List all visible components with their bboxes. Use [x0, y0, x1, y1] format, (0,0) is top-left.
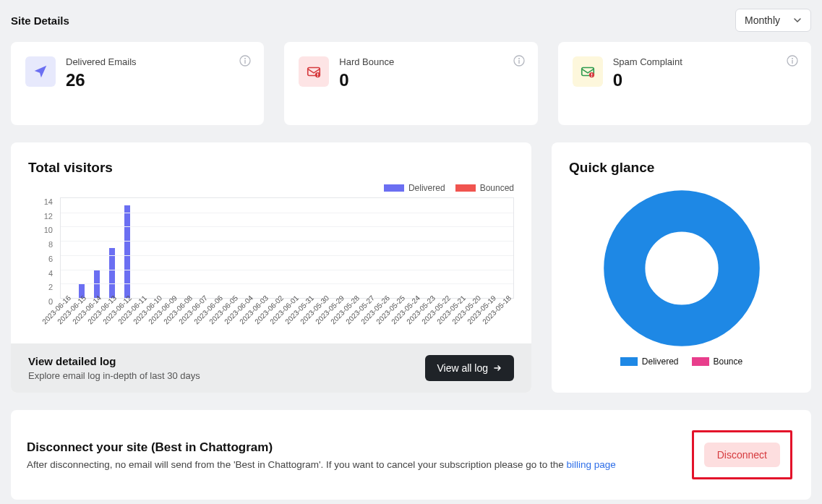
chevron-down-icon — [793, 16, 802, 25]
info-icon[interactable] — [513, 55, 525, 67]
y-tick: 0 — [28, 297, 53, 306]
log-subtitle: Explore email log in-depth of last 30 da… — [28, 370, 200, 381]
period-select[interactable]: Monthly — [735, 9, 811, 32]
view-all-log-button[interactable]: View all log — [425, 355, 514, 381]
stat-card-spam: Spam Complaint 0 — [558, 42, 811, 125]
log-bar: View detailed log Explore email log in-d… — [11, 343, 531, 393]
page-title: Site Details — [11, 14, 69, 27]
svg-point-6 — [518, 58, 520, 59]
stat-label: Hard Bounce — [339, 56, 523, 67]
svg-rect-7 — [518, 60, 519, 64]
donut-center-label: 26 — [602, 219, 761, 378]
stat-label: Delivered Emails — [66, 56, 249, 67]
period-select-value: Monthly — [745, 14, 780, 26]
donut-chart: 26 — [602, 189, 761, 348]
stat-label: Spam Complaint — [613, 56, 797, 67]
stat-value: 0 — [613, 70, 797, 90]
billing-page-link[interactable]: billing page — [567, 459, 616, 470]
x-tick: 2023-05-18 — [481, 316, 510, 345]
stat-value: 0 — [339, 70, 523, 90]
visitors-panel: Total visitors Delivered Bounced 1412108… — [11, 142, 531, 393]
disconnect-button[interactable]: Disconnect — [704, 443, 780, 467]
y-tick: 4 — [28, 269, 53, 278]
spam-mail-icon — [573, 56, 603, 87]
bounce-mail-icon — [299, 56, 329, 87]
y-tick: 8 — [28, 240, 53, 249]
legend-label: Bounced — [480, 183, 514, 193]
info-icon[interactable] — [787, 55, 798, 67]
disconnect-panel: Disconnect your site (Best in Chattogram… — [11, 410, 811, 500]
y-tick: 6 — [28, 255, 53, 263]
stat-card-delivered: Delivered Emails 26 — [11, 42, 264, 125]
y-tick: 12 — [28, 212, 53, 221]
y-tick: 2 — [28, 283, 53, 291]
bar-legend: Delivered Bounced — [28, 183, 514, 193]
svg-rect-2 — [245, 60, 246, 64]
legend-label: Delivered — [408, 183, 445, 193]
stat-value: 26 — [66, 70, 249, 90]
disconnect-title: Disconnect your site (Best in Chattogram… — [27, 440, 616, 455]
paper-plane-icon — [25, 56, 56, 87]
y-tick: 10 — [28, 226, 53, 234]
log-title: View detailed log — [28, 355, 200, 367]
svg-point-1 — [244, 58, 246, 59]
y-tick: 14 — [28, 197, 53, 206]
bar-chart: 14121086420 — [28, 197, 514, 306]
quick-glance-panel: Quick glance 26 Delivered Bounce — [552, 142, 811, 393]
legend-swatch-bounced — [455, 184, 476, 192]
disconnect-highlight: Disconnect — [692, 430, 792, 479]
visitors-title: Total visitors — [28, 160, 514, 176]
legend-swatch-delivered — [384, 184, 404, 192]
stat-card-bounce: Hard Bounce 0 — [284, 42, 537, 125]
arrow-right-icon — [492, 363, 502, 373]
info-icon[interactable] — [239, 55, 251, 67]
disconnect-text: After disconnecting, no email will send … — [27, 459, 567, 470]
svg-point-11 — [792, 58, 793, 59]
quick-glance-title: Quick glance — [569, 160, 654, 176]
svg-rect-12 — [792, 60, 792, 64]
view-all-log-label: View all log — [437, 362, 488, 374]
